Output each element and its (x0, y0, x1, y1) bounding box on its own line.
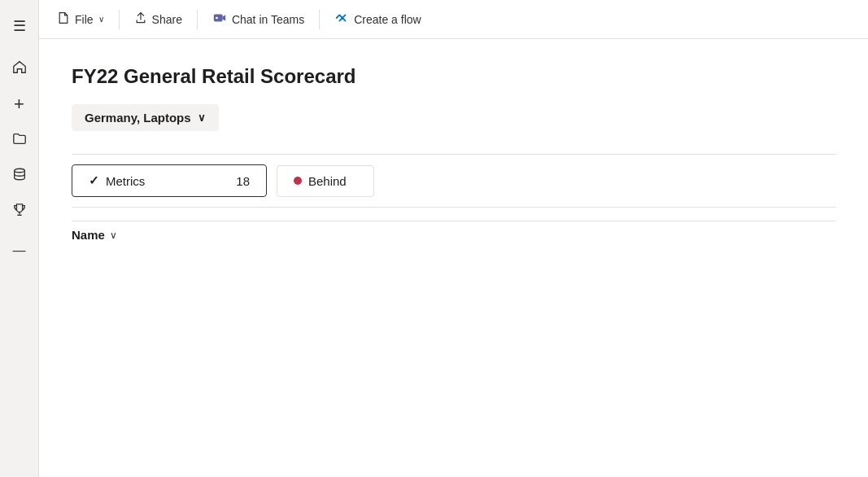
name-chevron-icon: ∨ (110, 230, 117, 241)
more-icon: — (13, 243, 26, 258)
database-icon (12, 167, 27, 186)
filter-chevron-icon: ∨ (198, 112, 206, 124)
filter-label: Germany, Laptops (85, 111, 191, 125)
tab-behind[interactable]: Behind (277, 165, 374, 197)
svg-point-0 (14, 168, 24, 173)
toolbar-divider-3 (319, 10, 320, 29)
sidebar-item-folder[interactable] (3, 124, 36, 156)
share-button[interactable]: Share (126, 7, 190, 32)
check-icon: ✓ (89, 173, 99, 188)
main-area: File ∨ Share (39, 0, 868, 477)
sidebar: ☰ + (0, 0, 39, 477)
home-icon (12, 59, 27, 78)
chat-teams-label: Chat in Teams (232, 13, 304, 26)
page-content: FY22 General Retail Scorecard Germany, L… (39, 39, 868, 477)
trophy-icon (12, 203, 27, 221)
toolbar-divider-1 (119, 10, 120, 29)
file-chevron-icon: ∨ (98, 15, 104, 24)
behind-dot-icon (294, 177, 302, 185)
behind-label: Behind (308, 174, 347, 188)
tab-metrics[interactable]: ✓ Metrics 18 (72, 164, 267, 197)
name-column-label: Name (72, 228, 105, 242)
metrics-count: 18 (236, 174, 250, 188)
toolbar: File ∨ Share (39, 0, 868, 39)
create-flow-button[interactable]: Create a flow (326, 6, 429, 33)
file-icon (57, 11, 70, 27)
folder-icon (12, 131, 27, 150)
filter-dropdown-button[interactable]: Germany, Laptops ∨ (72, 104, 219, 131)
add-icon: + (14, 95, 24, 113)
share-icon (134, 11, 147, 27)
toolbar-divider-2 (197, 10, 198, 29)
flow-icon (334, 11, 349, 28)
sidebar-item-add[interactable]: + (3, 88, 36, 120)
page-title: FY22 General Retail Scorecard (72, 65, 835, 88)
sidebar-item-database[interactable] (3, 160, 36, 192)
sidebar-item-home[interactable] (3, 52, 36, 85)
filter-row: Germany, Laptops ∨ (72, 104, 835, 131)
tab-metrics-left: ✓ Metrics (89, 173, 145, 188)
hamburger-icon: ☰ (13, 19, 26, 33)
name-row: Name ∨ (72, 221, 835, 248)
file-button[interactable]: File ∨ (49, 7, 112, 32)
sidebar-item-hamburger[interactable]: ☰ (3, 10, 36, 42)
share-label: Share (152, 13, 182, 26)
sidebar-item-more[interactable]: — (3, 234, 36, 267)
metrics-label: Metrics (106, 174, 145, 188)
create-flow-label: Create a flow (354, 13, 421, 26)
chat-teams-button[interactable]: Chat in Teams (204, 6, 312, 33)
teams-icon (212, 11, 227, 28)
file-label: File (75, 13, 94, 26)
svg-rect-1 (214, 15, 223, 22)
sidebar-item-trophy[interactable] (3, 195, 36, 228)
tab-row: ✓ Metrics 18 Behind (72, 154, 835, 208)
